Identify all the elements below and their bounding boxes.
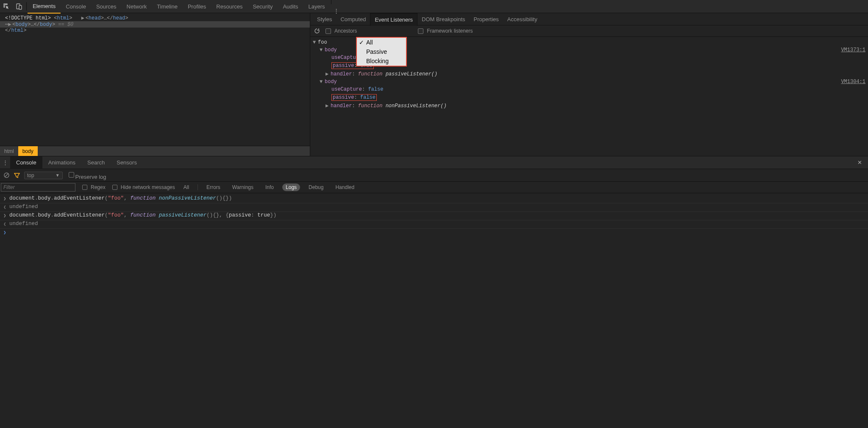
device-icon[interactable] bbox=[13, 0, 25, 13]
tab-timeline[interactable]: Timeline bbox=[152, 0, 183, 13]
preserve-log-checkbox[interactable]: Preserve log bbox=[67, 171, 106, 180]
main-toolbar: Elements Console Sources Network Timelin… bbox=[0, 0, 868, 13]
tab-audits[interactable]: Audits bbox=[278, 0, 303, 13]
drawer-tab-animations[interactable]: Animations bbox=[42, 156, 81, 169]
dom-tree[interactable]: <!DOCTYPE html> <html> ▶<head>…</head> ⋯… bbox=[0, 13, 310, 146]
tab-security[interactable]: Security bbox=[248, 0, 278, 13]
listener-prop: useCapture: false bbox=[313, 86, 865, 93]
tab-sources[interactable]: Sources bbox=[91, 0, 122, 13]
tab-elements[interactable]: Elements bbox=[28, 0, 61, 14]
svg-line-3 bbox=[5, 174, 8, 177]
console-toolbar: top▼ Preserve log bbox=[0, 169, 868, 182]
level-logs[interactable]: Logs bbox=[282, 183, 300, 191]
inspect-icon[interactable] bbox=[0, 0, 13, 13]
tab-properties[interactable]: Properties bbox=[470, 13, 503, 25]
event-listeners-panel: All Passive Blocking ▼foo ▼bodyVM1373:1 … bbox=[310, 37, 868, 156]
source-link[interactable]: VM1304:1 bbox=[841, 79, 865, 85]
tab-resources[interactable]: Resources bbox=[211, 0, 248, 13]
clear-console-icon[interactable] bbox=[3, 172, 10, 178]
drawer-tab-search[interactable]: Search bbox=[81, 156, 111, 169]
tab-console[interactable]: Console bbox=[61, 0, 91, 13]
listener-handler[interactable]: ▶handler: function nonPassiveListener() bbox=[313, 102, 865, 110]
drawer-tab-console[interactable]: Console bbox=[10, 156, 42, 169]
breadcrumb: html body bbox=[0, 146, 310, 156]
tab-event-listeners[interactable]: Event Listeners bbox=[370, 13, 417, 26]
listener-target[interactable]: ▼bodyVM1304:1 bbox=[313, 78, 865, 86]
crumb-body[interactable]: body bbox=[18, 146, 38, 156]
event-listener-toolbar: Ancestors Framework listeners bbox=[310, 25, 868, 37]
svg-rect-1 bbox=[19, 6, 22, 9]
level-all[interactable]: All bbox=[180, 183, 192, 191]
console-filter-bar: Regex Hide network messages All Errors W… bbox=[0, 182, 868, 193]
dom-doctype: <!DOCTYPE html> bbox=[5, 15, 51, 21]
level-debug[interactable]: Debug bbox=[305, 183, 327, 191]
drawer: ⋮ Console Animations Search Sensors ✕ to… bbox=[0, 156, 868, 239]
level-errors[interactable]: Errors bbox=[203, 183, 224, 191]
filter-icon[interactable] bbox=[14, 172, 20, 178]
dropdown-opt-passive[interactable]: Passive bbox=[357, 47, 406, 56]
dropdown-opt-all[interactable]: All bbox=[357, 38, 406, 47]
hide-network-checkbox[interactable]: Hide network messages bbox=[111, 183, 175, 191]
listener-handler[interactable]: ▶handler: function passiveListener() bbox=[313, 70, 865, 78]
ancestors-checkbox[interactable]: Ancestors bbox=[324, 27, 357, 35]
sidebar-tabs: Styles Computed Event Listeners DOM Brea… bbox=[310, 13, 868, 25]
chevron-down-icon: ▼ bbox=[56, 173, 60, 178]
tab-network[interactable]: Network bbox=[122, 0, 152, 13]
regex-checkbox[interactable]: Regex bbox=[81, 183, 106, 191]
crumb-html[interactable]: html bbox=[0, 146, 18, 156]
console-output: document.body.addEventListener("foo", fu… bbox=[0, 193, 868, 239]
listener-filter-dropdown[interactable]: All Passive Blocking bbox=[356, 37, 407, 67]
level-warnings[interactable]: Warnings bbox=[229, 183, 257, 191]
drawer-tab-sensors[interactable]: Sensors bbox=[111, 156, 143, 169]
source-link[interactable]: VM1373:1 bbox=[841, 47, 865, 53]
tab-styles[interactable]: Styles bbox=[313, 13, 336, 25]
level-handled[interactable]: Handled bbox=[332, 183, 358, 191]
context-select[interactable]: top▼ bbox=[24, 172, 63, 179]
tab-accessibility[interactable]: Accessibility bbox=[503, 13, 542, 25]
refresh-icon[interactable] bbox=[314, 28, 320, 34]
tab-profiles[interactable]: Profiles bbox=[183, 0, 211, 13]
listener-prop-passive: passive: false bbox=[313, 93, 865, 102]
tab-layers[interactable]: Layers bbox=[303, 0, 330, 13]
drawer-tabs: ⋮ Console Animations Search Sensors ✕ bbox=[0, 156, 868, 169]
level-info[interactable]: Info bbox=[262, 183, 277, 191]
dropdown-opt-blocking[interactable]: Blocking bbox=[357, 56, 406, 66]
tab-dom-breakpoints[interactable]: DOM Breakpoints bbox=[417, 13, 470, 25]
console-prompt[interactable] bbox=[0, 229, 868, 237]
drawer-close-icon[interactable]: ✕ bbox=[851, 159, 868, 166]
filter-input[interactable] bbox=[1, 183, 75, 192]
framework-listeners-checkbox[interactable]: Framework listeners bbox=[416, 27, 473, 35]
tab-computed[interactable]: Computed bbox=[336, 13, 370, 25]
drawer-kebab-icon[interactable]: ⋮ bbox=[0, 159, 10, 166]
